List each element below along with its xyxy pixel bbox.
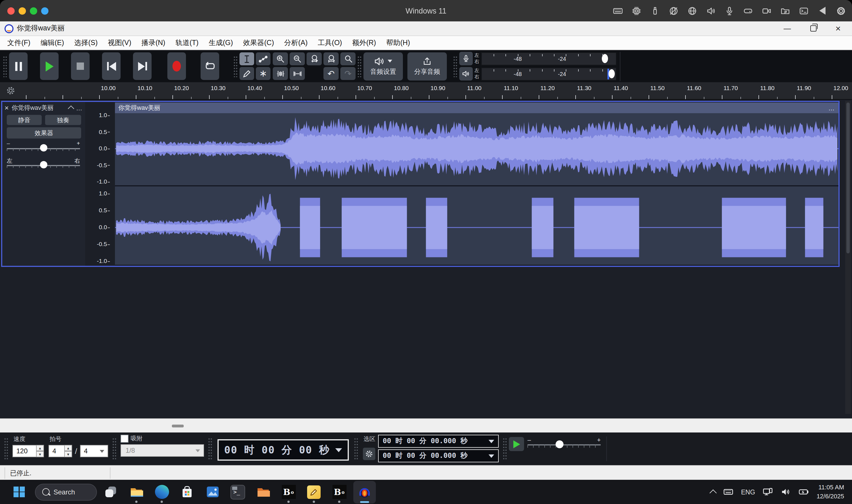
toolbar-grip[interactable] <box>208 437 212 460</box>
toolbar-grip[interactable] <box>3 55 7 77</box>
b-app-button[interactable]: Bo <box>277 481 300 503</box>
waveform-channel-left[interactable] <box>115 113 838 185</box>
trim-audio-button[interactable] <box>273 67 288 80</box>
skip-to-end-button[interactable] <box>133 52 152 80</box>
waveform-channel-right[interactable] <box>115 186 838 265</box>
selected-track[interactable]: × 你觉得wav美丽 … 静音 独奏 效果器 – + 左 <box>1 101 840 267</box>
keyboard-icon[interactable] <box>612 5 623 16</box>
toolbar-grip[interactable] <box>503 437 507 460</box>
play-button[interactable] <box>40 52 58 80</box>
globe-icon[interactable] <box>687 5 698 16</box>
fit-project-button[interactable] <box>324 52 338 65</box>
selection-options-gear-icon[interactable] <box>363 448 375 460</box>
vertical-scale[interactable]: 1.00.50.0-0.5-1.01.00.50.0-0.5-1.0 <box>85 102 113 266</box>
pause-button[interactable] <box>9 52 28 80</box>
silence-audio-button[interactable] <box>290 67 305 80</box>
minimize-button[interactable]: — <box>784 25 791 32</box>
tempo-stepper[interactable]: ▲▼ <box>36 445 44 457</box>
pan-slider-thumb[interactable] <box>40 161 47 168</box>
audio-clip[interactable]: 你觉得wav美丽 … <box>115 103 838 265</box>
clip-header[interactable]: 你觉得wav美丽 … <box>115 103 838 113</box>
toolbar-grip[interactable] <box>112 437 117 460</box>
playback-meter-bar[interactable]: -48 -24 <box>481 67 616 80</box>
share-audio-button[interactable]: 分享音频 <box>407 52 447 80</box>
tray-chevron-up-icon[interactable] <box>710 489 717 496</box>
play-speed-thumb[interactable] <box>555 440 563 448</box>
usb-icon[interactable] <box>650 5 660 16</box>
photos-button[interactable] <box>201 481 224 503</box>
tempo-input[interactable]: 120 <box>12 445 36 457</box>
gain-slider[interactable]: – + <box>7 144 80 152</box>
vertical-scrollbar[interactable] <box>845 101 851 414</box>
toolbar-grip[interactable] <box>357 55 362 77</box>
skip-to-start-button[interactable] <box>102 52 121 80</box>
pan-slider[interactable]: 左 右 <box>7 161 80 169</box>
track-content[interactable]: 你觉得wav美丽 … <box>113 102 838 266</box>
track-menu-icon[interactable]: … <box>76 105 83 111</box>
record-button[interactable] <box>167 52 186 80</box>
track-collapse-icon[interactable] <box>68 106 74 112</box>
zoom-out-button[interactable] <box>290 52 305 65</box>
stop-button[interactable] <box>71 52 90 80</box>
microphone-icon[interactable] <box>724 5 735 16</box>
horizontal-scrollbar[interactable] <box>0 418 852 432</box>
microsoft-store-button[interactable] <box>176 481 198 503</box>
selection-end-field[interactable]: 00 时 00 分 00.000 秒 <box>378 449 499 462</box>
menu-generate[interactable]: 生成(G) <box>204 36 238 50</box>
task-view-button[interactable] <box>100 481 122 503</box>
track-close-icon[interactable]: × <box>4 104 9 111</box>
multi-tool-button[interactable]: ∗ <box>256 67 271 80</box>
timeline-options-gear-icon[interactable] <box>4 85 17 97</box>
audio-position-display[interactable]: 00 时 00 分 00 秒 <box>218 439 349 461</box>
camera-icon[interactable] <box>761 5 772 16</box>
timeline-ruler[interactable]: 10.0010.1010.2010.3010.4010.5010.6010.70… <box>0 82 852 100</box>
menu-effect[interactable]: 效果器(C) <box>238 36 279 50</box>
file-explorer-button[interactable] <box>125 481 147 503</box>
folder-share-icon[interactable] <box>780 5 790 16</box>
gear-icon[interactable] <box>836 5 846 16</box>
fit-selection-button[interactable] <box>307 52 322 65</box>
selection-start-field[interactable]: 00 时 00 分 00.000 秒 <box>378 435 499 448</box>
menu-tools[interactable]: 工具(O) <box>313 36 347 50</box>
vertical-scrollbar-thumb[interactable] <box>846 103 850 253</box>
cpu-icon[interactable] <box>631 5 642 16</box>
toolbar-grip[interactable] <box>354 437 359 460</box>
envelope-tool-button[interactable] <box>256 52 271 65</box>
b-app2-button[interactable]: Bo <box>328 481 350 503</box>
edge-button[interactable] <box>151 481 173 503</box>
close-button[interactable]: × <box>835 24 841 33</box>
toolbar-grip[interactable] <box>453 55 457 77</box>
timesig-upper-input[interactable]: 4 <box>49 445 64 457</box>
start-button[interactable] <box>8 482 31 502</box>
menu-tracks[interactable]: 轨道(T) <box>171 36 204 50</box>
terminal-button[interactable]: >_ <box>227 481 249 503</box>
volume-icon[interactable] <box>780 487 791 497</box>
restore-button[interactable] <box>810 25 816 32</box>
track-area[interactable]: × 你觉得wav美丽 … 静音 独奏 效果器 – + 左 <box>0 100 852 418</box>
drive-icon[interactable] <box>743 5 753 16</box>
recording-meter-bar[interactable]: -48 -24 <box>481 52 616 65</box>
loop-button[interactable] <box>201 52 219 80</box>
terminal-icon[interactable] <box>798 5 809 16</box>
speaker-icon[interactable] <box>706 5 716 16</box>
clip-menu-icon[interactable]: … <box>828 105 835 111</box>
snap-checkbox[interactable] <box>121 435 128 443</box>
play-speed-slider[interactable]: – + <box>527 437 601 451</box>
menu-analyze[interactable]: 分析(A) <box>279 36 312 50</box>
audio-setup-button[interactable]: 音频设置 <box>363 52 403 80</box>
menu-extra[interactable]: 额外(R) <box>347 36 381 50</box>
undo-button[interactable]: ↶ <box>324 67 338 80</box>
recording-meter[interactable]: 左右 -48 -24 <box>459 52 616 66</box>
touch-keyboard-icon[interactable] <box>723 487 734 497</box>
language-indicator[interactable]: ENG <box>741 488 755 495</box>
effects-button[interactable]: 效果器 <box>7 127 81 139</box>
play-at-speed-button[interactable] <box>509 437 524 451</box>
notes-app-button[interactable] <box>302 481 325 503</box>
toolbar-grip[interactable] <box>4 437 8 460</box>
network-disabled-icon[interactable] <box>668 5 679 16</box>
zoom-toggle-button[interactable] <box>340 52 355 65</box>
menu-transport[interactable]: 播录(N) <box>136 36 171 50</box>
back-triangle-icon[interactable] <box>817 5 828 16</box>
selection-tool-button[interactable] <box>240 52 254 65</box>
taskbar-clock[interactable]: 11:05 AM 12/6/2025 <box>817 483 844 501</box>
